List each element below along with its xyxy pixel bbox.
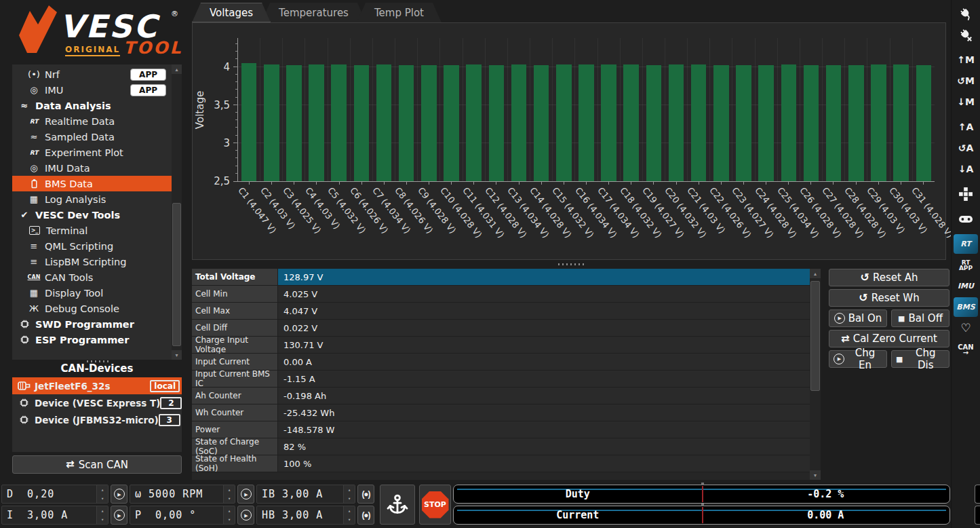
spin-down-icon[interactable]: ▾	[97, 515, 108, 524]
spin-down-icon[interactable]: ▾	[224, 515, 235, 524]
spin-up-icon[interactable]: ▴	[224, 485, 235, 494]
table-row-cell-min[interactable]: Cell Min4.025 V	[192, 286, 810, 303]
bal-on-button[interactable]: ▶Bal On	[829, 309, 887, 327]
spinner-arrows[interactable]: ▴▾	[343, 506, 355, 524]
disconnect-icon[interactable]	[954, 24, 978, 44]
table-row-charge-input-voltage[interactable]: Charge Input Voltage130.71 V	[192, 337, 810, 354]
bal-off-button[interactable]: ■Bal Off	[891, 309, 949, 327]
sidebar-item-imu-data[interactable]: ◎IMU Data	[12, 160, 172, 176]
sidebar-item-vesc-dev-tools[interactable]: ✔VESC Dev Tools	[12, 207, 172, 223]
sidebar-item-display-tool[interactable]: ▦Display Tool	[12, 285, 172, 301]
scan-can-button[interactable]: ⇄ Scan CAN	[12, 455, 182, 474]
spin-up-icon[interactable]: ▴	[224, 506, 235, 515]
sidebar-item-esp-programmer[interactable]: ESP Programmer	[12, 332, 172, 347]
scroll-up-icon[interactable]: ▴	[810, 269, 821, 278]
duty-spinbox[interactable]: D 0,20▴▾	[1, 485, 109, 504]
sidebar-item-nrf[interactable]: (•)NrfAPP	[12, 67, 172, 82]
tab-temperatures[interactable]: Temperatures	[261, 3, 366, 22]
position-apply-button[interactable]: ▶	[237, 506, 254, 525]
sidebar-item-realtime-data[interactable]: RTRealtime Data	[12, 113, 172, 129]
table-row-power[interactable]: Power-148.578 W	[192, 421, 810, 438]
write-app-config-icon[interactable]: ↓A	[954, 159, 978, 178]
sidebar-item-sampled-data[interactable]: ≈Sampled Data	[12, 129, 172, 145]
chg-en-button[interactable]: ▶Chg En	[829, 350, 887, 368]
spin-down-icon[interactable]: ▾	[224, 494, 235, 503]
table-scrollbar-thumb[interactable]	[810, 281, 820, 391]
spin-up-icon[interactable]: ▴	[97, 485, 108, 494]
read-app-config-icon[interactable]: ↑A	[954, 117, 978, 136]
sidebar-scrollbar[interactable]: ▴ ▾	[172, 64, 182, 360]
tab-temp-plot[interactable]: Temp Plot	[357, 3, 442, 22]
sidebar-scrollbar-thumb[interactable]	[172, 203, 181, 346]
table-row-input-current-bms-ic[interactable]: Input Current BMS IC-1.15 A	[192, 371, 810, 388]
spinner-arrows[interactable]: ▴▾	[343, 485, 355, 503]
table-row-wh-counter[interactable]: Wh Counter-25.432 Wh	[192, 404, 810, 421]
scroll-down-icon[interactable]: ▾	[810, 470, 821, 480]
keep-alive-anchor-button[interactable]	[380, 485, 415, 525]
spin-down-icon[interactable]: ▾	[344, 515, 355, 524]
spin-down-icon[interactable]: ▾	[97, 494, 108, 503]
current-apply-button[interactable]: ▶	[111, 506, 128, 525]
rt-data-icon[interactable]: RT	[954, 234, 978, 254]
spin-up-icon[interactable]: ▴	[344, 506, 355, 515]
wizard-heart-icon[interactable]: ♡	[954, 318, 978, 338]
table-row-cell-max[interactable]: Cell Max4.047 V	[192, 303, 810, 320]
table-row-total-voltage[interactable]: Total Voltage128.97 V	[192, 269, 810, 286]
scroll-down-icon[interactable]: ▾	[172, 350, 182, 360]
spin-down-icon[interactable]: ▾	[344, 494, 355, 503]
chg-dis-button[interactable]: ■Chg Dis	[891, 350, 949, 368]
keyboard-control-icon[interactable]	[954, 184, 978, 204]
cal-zero-current-button[interactable]: ⇄Cal Zero Current	[829, 330, 949, 347]
reset-ah-button[interactable]: ↺Reset Ah	[829, 269, 949, 286]
can-device-device-vesc-express-t[interactable]: Device (VESC Express T)2	[12, 394, 182, 411]
sidebar-item-debug-console[interactable]: ЖDebug Console	[12, 301, 172, 316]
handbrake-spinbox[interactable]: HB 3,00 A▴▾	[256, 506, 355, 525]
sidebar-item-imu[interactable]: ◎IMUAPP	[12, 82, 172, 98]
spin-up-icon[interactable]: ▴	[97, 506, 108, 515]
read-motor-config-icon[interactable]: ↑M	[954, 50, 978, 69]
current-brake-apply-button[interactable]: (●)	[357, 485, 374, 504]
spinner-arrows[interactable]: ▴▾	[96, 506, 108, 524]
reload-app-config-icon[interactable]: ↺A	[954, 138, 978, 157]
table-row-ah-counter[interactable]: Ah Counter-0.198 Ah	[192, 388, 810, 404]
spinner-arrows[interactable]: ▴▾	[223, 506, 235, 524]
duty-apply-button[interactable]: ▶	[111, 485, 128, 504]
speed-apply-button[interactable]: ▶	[237, 485, 254, 504]
can-device-device-jfbms32-micro[interactable]: Device (JFBMS32-micro)3	[12, 411, 182, 428]
stop-button[interactable]: STOP	[419, 485, 451, 525]
position-spinbox[interactable]: P 0,00 °▴▾	[130, 506, 235, 525]
speed-spinbox[interactable]: ω 5000 RPM▴▾	[130, 485, 235, 504]
current-brake-spinbox[interactable]: IB 3,00 A▴▾	[256, 485, 355, 504]
imu-data-icon[interactable]: IMU	[954, 276, 978, 296]
sidebar-item-swd-programmer[interactable]: SWD Programmer	[12, 316, 172, 332]
table-row-state-of-health-soh[interactable]: State of Health (SoH)100 %	[192, 455, 810, 472]
table-scrollbar[interactable]: ▴ ▾	[810, 269, 821, 480]
spinner-arrows[interactable]: ▴▾	[223, 485, 235, 503]
can-forward-icon[interactable]: CAN→	[954, 339, 978, 359]
rt-app-data-icon[interactable]: RTAPP	[954, 255, 978, 275]
sidebar-item-qml-scripting[interactable]: ≡QML Scripting	[12, 238, 172, 254]
sidebar-item-bms-data[interactable]: BMS Data	[12, 176, 172, 191]
handbrake-apply-button[interactable]: (●)	[357, 506, 374, 525]
sidebar-item-experiment-plot[interactable]: RTExperiment Plot	[12, 145, 172, 160]
reset-wh-button[interactable]: ↺Reset Wh	[829, 289, 949, 307]
table-row-state-of-charge-soc[interactable]: State of Charge (SoC)82 %	[192, 438, 810, 455]
current-spinbox[interactable]: I 3,00 A▴▾	[1, 506, 109, 525]
bms-data-icon[interactable]: BMS	[954, 297, 978, 317]
table-row-cell-diff[interactable]: Cell Diff0.022 V	[192, 320, 810, 337]
sidebar-item-data-analysis[interactable]: ≈Data Analysis	[12, 98, 172, 113]
scroll-up-icon[interactable]: ▴	[172, 64, 182, 74]
chart-table-splitter[interactable]	[192, 261, 949, 268]
connect-icon[interactable]	[954, 3, 978, 23]
sidebar-item-log-analysis[interactable]: ▦Log Analysis	[12, 191, 172, 207]
tab-voltages[interactable]: Voltages	[192, 3, 271, 22]
table-row-input-current[interactable]: Input Current0.00 A	[192, 354, 810, 371]
sidebar-item-lispbm-scripting[interactable]: ≡LispBM Scripting	[12, 254, 172, 269]
reload-motor-config-icon[interactable]: ↺M	[954, 71, 978, 90]
sidebar-item-terminal[interactable]: >_Terminal	[12, 223, 172, 238]
spinner-arrows[interactable]: ▴▾	[96, 485, 108, 503]
write-motor-config-icon[interactable]: ↓M	[954, 92, 978, 111]
sidebar-item-can-tools[interactable]: CANCAN Tools	[12, 269, 172, 285]
can-device-jetfleetf6-32s[interactable]: JetFleetF6_32slocal	[12, 377, 182, 394]
gamepad-icon[interactable]	[954, 209, 978, 229]
